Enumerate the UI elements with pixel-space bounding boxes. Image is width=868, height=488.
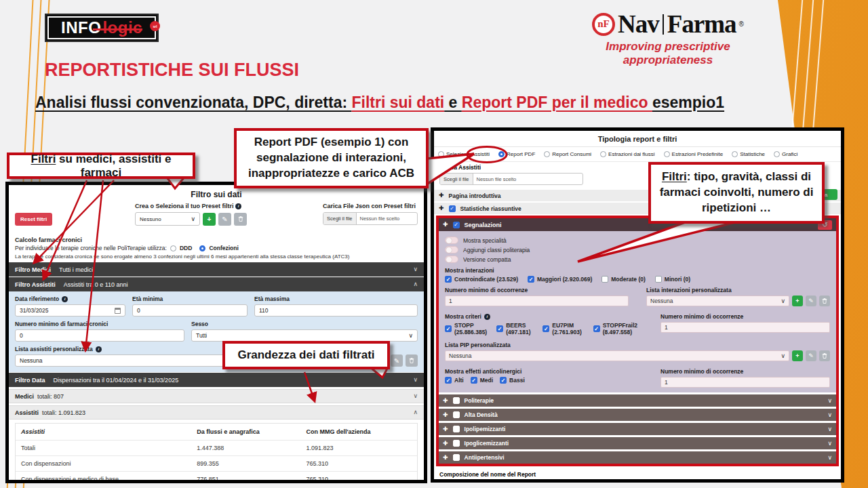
tab-statistiche[interactable]: Statistiche [732, 151, 765, 157]
versione-compatta-toggle[interactable] [445, 256, 458, 263]
section-bar-ipoglicemizzanti[interactable]: ✚ Ipoglicemizzanti ∨ [439, 437, 836, 449]
medi-checkbox[interactable]: ✓Medi [471, 377, 493, 384]
preset-select[interactable]: Nessuno∨ [135, 212, 200, 226]
radio-icon[interactable] [664, 151, 670, 157]
choose-file-button[interactable]: Scegli il file [440, 174, 473, 184]
drag-handle-icon[interactable]: ✚ [443, 441, 448, 447]
tab-report-consumi[interactable]: Report Consumi [544, 151, 591, 157]
confezioni-radio-label[interactable]: Confezioni [209, 245, 238, 251]
table-row: Totali 1.447.388 1.091.823 [16, 440, 417, 455]
aggiungi-classi-toggle[interactable] [445, 246, 458, 253]
alti-checkbox[interactable]: ✓Alti [445, 377, 464, 384]
radio-icon[interactable] [438, 151, 444, 157]
delete-lista-button[interactable] [406, 354, 418, 367]
assistiti-accordion[interactable]: Assistiti totali: 1.091.823 ∧ [9, 405, 424, 420]
confezioni-radio[interactable] [199, 245, 205, 251]
choose-file-button[interactable]: Scegli il file [323, 213, 357, 224]
section-bar-antiipertensivi[interactable]: ✚ Antiipertensivi ∨ [439, 451, 836, 464]
section-bar-ipolipemizzanti[interactable]: ✚ Ipolipemizzanti ∨ [439, 423, 836, 435]
num-farmaci-input[interactable]: 0 [15, 329, 184, 342]
add-interazioni-button[interactable]: + [792, 296, 803, 306]
data-riferimento-input[interactable]: 31/03/2025 [15, 304, 125, 317]
radio-icon[interactable] [600, 151, 606, 157]
stoppfrail2-checkbox[interactable]: ✓STOPPFrail2 (8.497.558) [593, 322, 643, 336]
reset-filtri-button[interactable]: Reset filtri [15, 213, 52, 226]
anticolinergici-min-input[interactable]: 1 [660, 377, 830, 388]
prefisso-input[interactable]: Prefisso [439, 480, 572, 483]
section-checkbox[interactable] [453, 440, 460, 447]
min-occorrenze-input[interactable]: 1 [445, 296, 629, 306]
medici-accordion[interactable]: Medici totali: 807 ∨ [9, 389, 424, 403]
drag-handle-icon[interactable]: ✚ [439, 192, 444, 199]
maggiori-checkbox[interactable]: ✓Maggiori (2.920.069) [528, 276, 592, 283]
bassi-checkbox[interactable]: ✓Bassi [500, 377, 525, 384]
chevron-down-icon: ∨ [827, 441, 832, 447]
tab-grafici[interactable]: Grafici [774, 151, 797, 157]
filtro-medici-bar[interactable]: Filtro Medici Tutti i medici ∨ [9, 262, 424, 277]
info-icon: i [96, 346, 102, 352]
lista-interazioni-select[interactable]: Nessuna∨ [646, 296, 789, 306]
radio-icon[interactable] [732, 151, 738, 157]
criteri-min-input[interactable]: 1 [660, 322, 830, 333]
cf-select[interactable]: CF∨ [571, 480, 704, 483]
radio-selected-icon[interactable] [498, 151, 505, 157]
filtro-data-bar[interactable]: Filtro Data Dispensazioni tra il 01/04/2… [9, 373, 424, 387]
section-bar-politerapie[interactable]: ✚ Politerapie ∨ [439, 394, 836, 407]
drag-handle-icon[interactable]: ✚ [443, 222, 448, 228]
anticolinergici-label: Mostra effetti anticolinergici [445, 368, 643, 375]
minori-checkbox[interactable]: Minori (0) [655, 276, 690, 283]
tab-estrazioni-flussi[interactable]: Estrazioni dai flussi [600, 151, 654, 157]
calcolo-farmaci-cronici: Calcolo farmaci cronici Per individuare … [9, 237, 424, 262]
calendar-icon[interactable] [115, 308, 121, 314]
drag-handle-icon[interactable]: ✚ [443, 426, 448, 432]
edit-interazioni-button[interactable]: ✎ [806, 296, 816, 306]
tab-estrazioni-predefinite[interactable]: Estrazioni Predefinite [664, 151, 724, 157]
ddd-radio[interactable] [170, 245, 176, 251]
edit-lista-button[interactable]: ✎ [391, 354, 403, 367]
suffisso-input[interactable]: Suffisso [703, 480, 835, 483]
drag-handle-icon[interactable]: ✚ [443, 455, 448, 461]
section-checkbox[interactable] [453, 426, 460, 432]
drag-handle-icon[interactable]: ✚ [443, 412, 448, 418]
drag-handle-icon[interactable]: ✚ [443, 398, 448, 404]
section-checkbox[interactable] [453, 397, 460, 404]
section-checkbox[interactable] [453, 411, 460, 418]
json-file-input[interactable]: Scegli il file Nessun file scelto [323, 212, 418, 225]
radio-icon[interactable] [544, 151, 550, 157]
compose-report-name: Composizione del nome del Report Prefiss… [434, 468, 841, 483]
eu7pim-checkbox[interactable]: ✓EU7PIM (2.761.903) [542, 322, 583, 336]
section-checkbox[interactable] [453, 454, 460, 461]
assistiti-file-input[interactable]: Scegli il file Nessun file scelto [439, 173, 583, 185]
lista-pip-select[interactable]: Nessuna∨ [445, 350, 789, 361]
chevron-down-icon: ∨ [827, 426, 832, 432]
eta-massima-input[interactable]: 110 [254, 304, 418, 317]
segnalazioni-checkbox[interactable]: ✓ [453, 222, 460, 228]
tab-report-pdf[interactable]: Report PDF [498, 151, 535, 157]
controindicate-checkbox[interactable]: ✓Controindicate (23.529) [445, 276, 518, 283]
compose-label: Composizione del nome del Report [439, 471, 835, 478]
ddd-radio-label[interactable]: DDD [180, 245, 192, 251]
beers-checkbox[interactable]: ✓BEERS (497.181) [496, 322, 533, 336]
subtitle-part: esempio1 [652, 94, 724, 111]
sesso-select[interactable]: Tutti∨ [191, 329, 418, 342]
stopp-checkbox[interactable]: ✓STOPP (25.886.385) [445, 322, 487, 336]
section-bar-alta-densita[interactable]: ✚ Alta Densità ∨ [439, 409, 836, 421]
add-pip-button[interactable]: + [792, 350, 803, 361]
chevron-down-icon: ∨ [827, 455, 832, 461]
drag-handle-icon[interactable]: ✚ [439, 205, 444, 211]
delete-interazioni-button[interactable] [819, 296, 830, 306]
moderate-checkbox[interactable]: Moderate (0) [601, 276, 646, 283]
radio-icon[interactable] [774, 151, 780, 157]
filtro-assistiti-bar[interactable]: Filtro Assistiti Assistiti tra 0 e 110 a… [9, 277, 424, 291]
edit-preset-button[interactable]: ✎ [218, 213, 231, 226]
eta-minima-input[interactable]: 0 [132, 304, 248, 317]
mostra-specialita-toggle[interactable] [445, 237, 458, 244]
delete-pip-button[interactable] [819, 350, 830, 361]
add-preset-button[interactable]: + [203, 213, 216, 226]
file-chosen-text: Nessun file scelto [357, 216, 403, 222]
delete-preset-button[interactable] [234, 213, 247, 226]
edit-pip-button[interactable]: ✎ [806, 350, 816, 361]
info-icon: i [62, 296, 68, 302]
tab-selezione-assistiti[interactable]: Selezione Assistiti [438, 151, 490, 157]
statistiche-checkbox[interactable]: ✓ [449, 205, 456, 212]
